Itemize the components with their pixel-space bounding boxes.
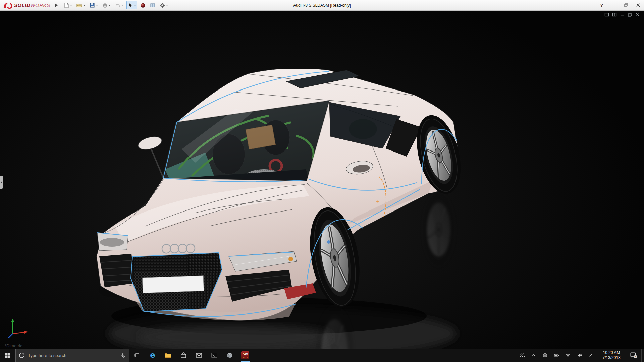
command-prompt-button[interactable] (207, 349, 222, 362)
show-desktop-button[interactable] (641, 349, 643, 362)
action-center-button[interactable]: 2 (627, 349, 640, 362)
print-button[interactable] (101, 1, 112, 9)
windows-taskbar: e (0, 349, 644, 362)
left-intake (99, 254, 134, 287)
taskbar-search[interactable] (15, 349, 129, 362)
clock-time: 10:20 AM (597, 350, 626, 355)
minimize-icon (612, 3, 616, 7)
svg-text:2017: 2017 (243, 356, 248, 359)
license-plate (142, 276, 204, 293)
document-window-controls (604, 12, 640, 17)
appearance-sphere-icon (140, 3, 146, 8)
feature-tree-collapse-tab[interactable] (0, 176, 3, 189)
store-bag-icon (180, 352, 187, 359)
chevron-up-icon (531, 353, 536, 358)
quick-access-toolbar (62, 1, 169, 9)
new-document-icon (64, 3, 69, 8)
start-button[interactable] (0, 349, 15, 362)
restore-icon (624, 3, 628, 7)
people-icon (519, 353, 525, 358)
notification-icon: 2 (630, 352, 637, 359)
doc-minimize-icon[interactable] (620, 12, 625, 17)
desktop: SOLIDWORKS (0, 0, 644, 362)
edge-icon: e (148, 351, 157, 360)
minimize-button[interactable] (608, 0, 620, 10)
volume-button[interactable] (574, 349, 584, 362)
solidworks-app-button[interactable]: SW 2017 (237, 349, 253, 362)
wifi-icon (565, 353, 571, 358)
doc-close-icon[interactable] (635, 12, 640, 17)
dropdown-caret-icon (96, 5, 98, 6)
windows-logo-icon (5, 352, 11, 358)
pen-icon (588, 353, 593, 358)
car-model-audi-r8[interactable] (95, 69, 464, 349)
menu-expand-arrow[interactable] (55, 3, 58, 7)
task-view-button[interactable] (129, 349, 145, 362)
file-explorer-button[interactable] (160, 349, 176, 362)
network-globe-button[interactable] (540, 349, 550, 362)
display-pane-icon (150, 3, 155, 8)
dropdown-caret-icon (70, 5, 72, 6)
mail-button[interactable] (191, 349, 207, 362)
open-button[interactable] (75, 1, 87, 9)
solidworks-logo: SOLIDWORKS (0, 0, 54, 10)
open-folder-icon (76, 3, 82, 8)
hidden-icons-button[interactable] (529, 349, 539, 362)
close-button[interactable] (632, 0, 644, 10)
brand-text-solid: SOLID (14, 2, 30, 8)
pen-button[interactable] (586, 349, 596, 362)
select-tool-button[interactable] (126, 1, 137, 9)
solidworks-app-icon: SW 2017 (241, 351, 250, 360)
options-button[interactable] (158, 1, 169, 9)
store-button[interactable] (176, 349, 191, 362)
edge-browser-button[interactable]: e (145, 349, 160, 362)
graphics-viewport[interactable]: *Dimetric (0, 11, 644, 349)
brand-text-works: WORKS (30, 2, 50, 8)
tile-window-icon[interactable] (612, 12, 617, 17)
options-gear-icon (160, 3, 165, 8)
chevron-left-icon (1, 181, 2, 184)
dropdown-caret-icon (134, 5, 136, 6)
dropdown-caret-icon (109, 5, 111, 6)
system-tray: 10:20 AM 7/13/2018 2 (517, 349, 644, 362)
y-axis-icon (11, 319, 14, 322)
rear-wheel-reflection (422, 192, 455, 267)
people-button[interactable] (517, 349, 527, 362)
orientation-triad (7, 317, 32, 338)
dropdown-caret-icon (121, 5, 123, 6)
doc-restore-icon[interactable] (628, 12, 632, 17)
svg-text:SW: SW (243, 352, 249, 356)
print-icon (102, 3, 108, 8)
edrawings-button[interactable] (222, 349, 237, 362)
view-orientation-label: *Dimetric (5, 343, 22, 348)
ds-logo-icon (3, 2, 13, 9)
microphone-icon[interactable] (120, 352, 126, 358)
display-pane-button[interactable] (149, 1, 157, 9)
cortana-icon (18, 352, 25, 359)
x-axis-icon (24, 331, 28, 334)
undo-icon (115, 3, 120, 8)
wifi-button[interactable] (563, 349, 573, 362)
save-floppy-icon (90, 3, 95, 8)
svg-text:e: e (150, 351, 155, 360)
undo-button[interactable] (114, 1, 125, 9)
speaker-icon (577, 353, 582, 358)
solidworks-titlebar: SOLIDWORKS (0, 0, 644, 11)
battery-button[interactable] (551, 349, 561, 362)
task-view-icon (134, 352, 141, 359)
appearance-button[interactable] (139, 1, 147, 9)
search-input[interactable] (28, 353, 120, 358)
maximize-button[interactable] (620, 0, 632, 10)
close-icon (636, 3, 640, 7)
taskbar-clock[interactable]: 10:20 AM 7/13/2018 (597, 349, 626, 362)
cube-icon (226, 352, 233, 359)
titlebar-window-controls: ? (596, 0, 644, 10)
turn-signal (288, 257, 293, 261)
float-window-icon[interactable] (604, 12, 609, 17)
new-document-button[interactable] (62, 1, 73, 9)
dropdown-caret-icon (83, 5, 85, 6)
mail-envelope-icon (195, 352, 203, 359)
select-cursor-icon (128, 3, 133, 8)
help-button[interactable]: ? (596, 0, 608, 10)
save-button[interactable] (88, 1, 99, 9)
